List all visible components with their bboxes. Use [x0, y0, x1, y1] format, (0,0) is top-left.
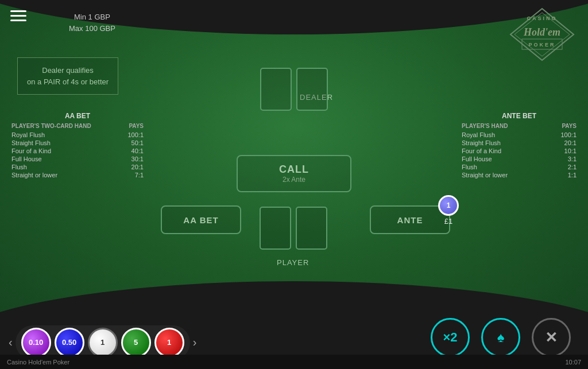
chip-1b[interactable]: 1: [154, 328, 184, 358]
chip-050-label: 0.50: [62, 338, 76, 347]
dealer-card-2: [296, 68, 328, 111]
chip-amount: £1: [444, 217, 452, 226]
aa-paytable-row: Straight Flush50:1: [11, 139, 144, 146]
dealer-card-1: [260, 68, 292, 111]
chip-1b-label: 1: [167, 338, 171, 347]
aa-paytable: AA BET PLAYER'S TWO-CARD HAND PAYS Royal…: [11, 112, 144, 180]
game-logo: CASINO Hold'em POKER: [508, 6, 577, 65]
spade-icon: ♠: [497, 329, 505, 345]
bet-limits: Min 1 GBP Max 100 GBP: [69, 11, 115, 34]
ante-paytable: ANTE BET PLAYER'S HAND PAYS Royal Flush1…: [462, 112, 577, 180]
ante-paytable-row: Royal Flush100:1: [462, 131, 577, 138]
scroll-left-button[interactable]: ‹: [6, 336, 16, 349]
game-name: Casino Hold'em Poker: [7, 359, 69, 366]
ante-paytable-row: Straight Flush20:1: [462, 139, 577, 146]
svg-text:CASINO: CASINO: [527, 15, 557, 21]
aa-paytable-row: Full House30:1: [11, 156, 144, 162]
ante-paytable-header: PLAYER'S HAND PAYS: [462, 123, 577, 129]
player-card-1: [260, 207, 291, 250]
ante-paytable-row: Flush2:1: [462, 164, 577, 170]
aa-paytable-row: Straight or lower7:1: [11, 172, 144, 178]
ante-paytable-row: Straight or lower1:1: [462, 172, 577, 178]
ante-paytable-title: ANTE BET: [462, 112, 577, 120]
cross-icon: ✕: [545, 329, 558, 347]
chip-050[interactable]: 0.50: [55, 328, 84, 358]
aa-bet-label: AA BET: [183, 215, 218, 225]
aa-paytable-title: AA BET: [11, 112, 144, 120]
chip-010-label: 0.10: [29, 338, 43, 347]
aa-paytable-row: Royal Flush100:1: [11, 131, 144, 138]
scroll-right-button[interactable]: ›: [190, 336, 200, 349]
aa-paytable-header: PLAYER'S TWO-CARD HAND PAYS: [11, 123, 144, 129]
clear-bets-circle: ✕: [532, 318, 571, 357]
dealer-qualifies-text: Dealer qualifieson a PAIR of 4s or bette…: [17, 57, 118, 95]
ante-paytable-row: Full House3:1: [462, 156, 577, 162]
ante-paytable-rows: Royal Flush100:1Straight Flush20:1Four o…: [462, 131, 577, 178]
chip-number: 1: [447, 201, 451, 209]
chip-010[interactable]: 0.10: [21, 328, 51, 358]
dealer-card-area: [260, 68, 328, 111]
call-button[interactable]: CALL 2x Ante: [237, 155, 351, 192]
double-bet-icon: ×2: [443, 330, 457, 345]
max-bet: Max 100 GBP: [69, 23, 115, 34]
aa-bet-button[interactable]: AA BET: [161, 205, 241, 234]
time-display: 10:07: [565, 359, 581, 366]
player-card-area: [260, 207, 327, 250]
call-label: CALL: [279, 164, 309, 176]
status-bar: Casino Hold'em Poker 10:07: [0, 355, 588, 369]
ante-chip: 1 £1: [438, 195, 459, 216]
ante-label: ANTE: [397, 215, 423, 225]
chip-1-label: 1: [100, 338, 105, 347]
ante-paytable-row: Four of a Kind10:1: [462, 147, 577, 154]
call-sub-label: 2x Ante: [283, 176, 305, 184]
svg-text:POKER: POKER: [528, 42, 555, 48]
chip-5-label: 5: [134, 338, 138, 347]
deal-circle: ♠: [481, 318, 520, 357]
min-bet: Min 1 GBP: [69, 11, 115, 23]
player-label: PLAYER: [277, 258, 309, 267]
aa-paytable-rows: Royal Flush100:1Straight Flush50:1Four o…: [11, 131, 144, 178]
player-card-2: [296, 207, 327, 250]
chip-5[interactable]: 5: [121, 328, 151, 358]
aa-paytable-row: Four of a Kind40:1: [11, 147, 144, 154]
menu-button[interactable]: [10, 10, 26, 21]
chip-1[interactable]: 1: [88, 328, 118, 358]
chip-visual: 1: [438, 195, 459, 216]
svg-text:Hold'em: Hold'em: [523, 26, 560, 38]
double-bet-circle: ×2: [431, 318, 470, 357]
aa-paytable-row: Flush20:1: [11, 164, 144, 170]
